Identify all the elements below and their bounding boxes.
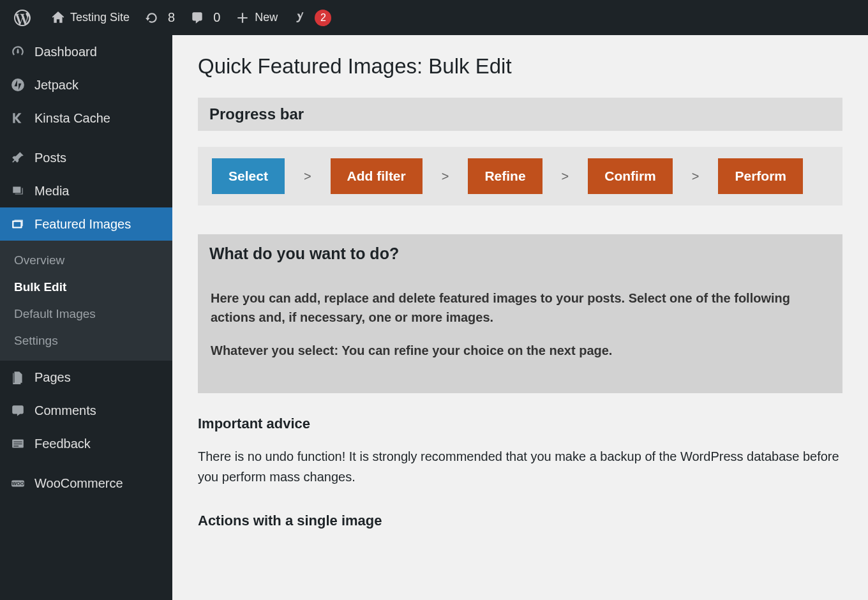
- page-title: Quick Featured Images: Bulk Edit: [198, 54, 842, 79]
- submenu-settings[interactable]: Settings: [0, 327, 172, 354]
- menu-woocommerce[interactable]: WOO WooCommerce: [0, 467, 172, 500]
- menu-label: Jetpack: [34, 78, 79, 93]
- step-separator: >: [673, 169, 719, 184]
- menu-label: Media: [34, 184, 69, 199]
- feedback-icon: [10, 436, 26, 451]
- advice-text: There is no undo function! It is strongl…: [198, 446, 842, 487]
- menu-label: Comments: [34, 403, 96, 418]
- yoast-icon: [293, 11, 307, 25]
- admin-sidebar: Dashboard Jetpack Kinsta Cache Posts Med…: [0, 35, 172, 600]
- home-icon: [51, 11, 65, 25]
- menu-label: Feedback: [34, 437, 91, 451]
- svg-point-0: [11, 79, 24, 91]
- yoast-badge: 2: [315, 10, 331, 26]
- wp-logo[interactable]: [6, 0, 43, 35]
- panel-text-2: Whatever you select: You can refine your…: [211, 341, 830, 360]
- step-confirm: Confirm: [588, 158, 673, 194]
- updates-link[interactable]: 8: [137, 0, 183, 35]
- intro-panel: What do you want to do? Here you can add…: [198, 234, 842, 393]
- menu-dashboard[interactable]: Dashboard: [0, 35, 172, 68]
- panel-text-1: Here you can add, replace and delete fea…: [211, 289, 830, 327]
- comment-icon: [190, 11, 204, 25]
- pages-icon: [10, 370, 26, 385]
- menu-label: Pages: [34, 370, 71, 385]
- step-separator: >: [423, 169, 468, 184]
- wordpress-icon: [14, 10, 31, 26]
- pin-icon: [10, 150, 26, 165]
- admin-bar: Testing Site 8 0 New 2: [0, 0, 868, 35]
- step-perform: Perform: [718, 158, 803, 194]
- step-add-filter: Add filter: [331, 158, 423, 194]
- actions-title: Actions with a single image: [198, 513, 842, 529]
- images-icon: [10, 216, 26, 232]
- media-icon: [10, 183, 26, 199]
- svg-rect-2: [13, 222, 20, 227]
- menu-label: Kinsta Cache: [34, 111, 110, 126]
- step-refine: Refine: [468, 158, 542, 194]
- menu-featured-images[interactable]: Featured Images: [0, 207, 172, 241]
- site-name-text: Testing Site: [70, 11, 130, 24]
- submenu-bulk-edit[interactable]: Bulk Edit: [0, 274, 172, 301]
- menu-jetpack[interactable]: Jetpack: [0, 68, 172, 101]
- advice-title: Important advice: [198, 416, 842, 432]
- panel-title: What do you want to do?: [198, 234, 842, 273]
- submenu-featured-images: Overview Bulk Edit Default Images Settin…: [0, 241, 172, 361]
- svg-text:WOO: WOO: [11, 481, 24, 486]
- refresh-icon: [145, 11, 159, 25]
- progress-bar: Select > Add filter > Refine > Confirm >…: [198, 147, 842, 206]
- submenu-overview[interactable]: Overview: [0, 247, 172, 274]
- menu-comments[interactable]: Comments: [0, 394, 172, 427]
- comments-icon: [10, 403, 26, 418]
- new-content-link[interactable]: New: [228, 0, 285, 35]
- step-separator: >: [542, 169, 588, 184]
- woocommerce-icon: WOO: [10, 476, 26, 491]
- menu-posts[interactable]: Posts: [0, 141, 172, 174]
- dashboard-icon: [10, 44, 26, 59]
- panel-body: Here you can add, replace and delete fea…: [198, 273, 842, 360]
- submenu-default-images[interactable]: Default Images: [0, 301, 172, 327]
- plus-icon: [236, 11, 250, 25]
- menu-label: Dashboard: [34, 45, 97, 59]
- jetpack-icon: [10, 77, 26, 93]
- menu-pages[interactable]: Pages: [0, 361, 172, 394]
- menu-media[interactable]: Media: [0, 174, 172, 207]
- menu-feedback[interactable]: Feedback: [0, 427, 172, 460]
- menu-label: Featured Images: [34, 217, 131, 232]
- yoast-link[interactable]: 2: [285, 0, 339, 35]
- comments-link[interactable]: 0: [183, 0, 228, 35]
- site-name-link[interactable]: Testing Site: [43, 0, 137, 35]
- progress-header: Progress bar: [198, 98, 842, 131]
- menu-label: Posts: [34, 151, 66, 165]
- menu-kinsta[interactable]: Kinsta Cache: [0, 101, 172, 135]
- comments-count: 0: [213, 10, 220, 25]
- new-label: New: [255, 11, 278, 24]
- menu-label: WooCommerce: [34, 476, 123, 491]
- kinsta-icon: [10, 110, 26, 126]
- updates-count: 8: [168, 10, 175, 25]
- main-content: Quick Featured Images: Bulk Edit Progres…: [172, 35, 868, 600]
- step-select: Select: [212, 158, 285, 194]
- step-separator: >: [285, 169, 331, 184]
